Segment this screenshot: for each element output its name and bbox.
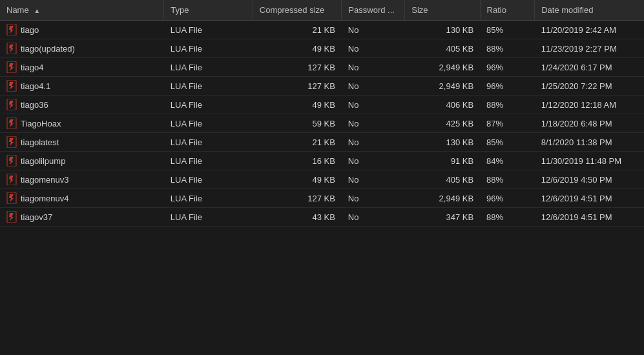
cell-password-5: No <box>342 114 405 133</box>
table-row[interactable]: tiago36 LUA File49 KBNo406 KB88%1/12/202… <box>0 96 644 114</box>
table-row[interactable]: tiago LUA File21 KBNo130 KB85%11/20/2019… <box>0 21 644 39</box>
cell-size-9: 2,949 KB <box>405 189 480 208</box>
cell-date-5: 1/18/2020 6:48 PM <box>535 114 644 133</box>
cell-name-10: tiagov37 <box>0 208 164 227</box>
cell-password-9: No <box>342 189 405 208</box>
cell-password-4: No <box>342 96 405 114</box>
cell-date-8: 12/6/2019 4:50 PM <box>535 170 644 189</box>
cell-date-9: 12/6/2019 4:51 PM <box>535 189 644 208</box>
cell-type-0: LUA File <box>164 21 253 39</box>
cell-type-3: LUA File <box>164 77 253 96</box>
cell-size-8: 405 KB <box>405 170 480 189</box>
file-name: tiago(updated) <box>21 44 75 54</box>
cell-name-3: tiago4.1 <box>0 77 164 96</box>
col-type-label: Type <box>171 5 189 15</box>
table-row[interactable]: tiagov37 LUA File43 KBNo347 KB88%12/6/20… <box>0 208 644 227</box>
file-table: Name ▲ Type Compressed size Password ...… <box>0 0 644 227</box>
cell-compressed-9: 127 KB <box>253 189 342 208</box>
col-size-label: Size <box>411 5 428 15</box>
col-compressed-label: Compressed size <box>260 5 324 15</box>
file-name: TiagoHoax <box>21 119 61 128</box>
cell-compressed-2: 127 KB <box>253 58 342 77</box>
col-header-name[interactable]: Name ▲ <box>0 0 164 21</box>
table-row[interactable]: tiagolatest LUA File21 KBNo130 KB85%8/1/… <box>0 133 644 152</box>
cell-name-7: tiagolilpump <box>0 152 164 170</box>
lua-file-icon <box>6 174 17 185</box>
cell-size-6: 130 KB <box>405 133 480 152</box>
cell-ratio-3: 96% <box>480 77 535 96</box>
table-row[interactable]: tiago(updated) LUA File49 KBNo405 KB88%1… <box>0 39 644 58</box>
col-header-ratio[interactable]: Ratio <box>480 0 535 21</box>
cell-password-6: No <box>342 133 405 152</box>
cell-size-3: 2,949 KB <box>405 77 480 96</box>
lua-file-icon <box>6 61 17 73</box>
cell-name-0: tiago <box>0 21 164 39</box>
cell-ratio-10: 88% <box>480 208 535 227</box>
file-name: tiago4 <box>21 63 43 72</box>
file-name: tiago36 <box>21 100 48 110</box>
cell-compressed-0: 21 KB <box>253 21 342 39</box>
file-name: tiago <box>21 25 39 35</box>
cell-ratio-4: 88% <box>480 96 535 114</box>
cell-password-10: No <box>342 208 405 227</box>
cell-date-4: 1/12/2020 12:18 AM <box>535 96 644 114</box>
cell-type-4: LUA File <box>164 96 253 114</box>
col-header-compressed[interactable]: Compressed size <box>253 0 342 21</box>
cell-date-6: 8/1/2020 11:38 PM <box>535 133 644 152</box>
cell-ratio-6: 85% <box>480 133 535 152</box>
cell-password-1: No <box>342 39 405 58</box>
cell-type-8: LUA File <box>164 170 253 189</box>
col-header-date[interactable]: Date modified <box>535 0 644 21</box>
cell-size-5: 425 KB <box>405 114 480 133</box>
col-header-type[interactable]: Type <box>164 0 253 21</box>
cell-type-9: LUA File <box>164 189 253 208</box>
lua-file-icon <box>6 80 17 92</box>
cell-type-2: LUA File <box>164 58 253 77</box>
cell-date-10: 12/6/2019 4:51 PM <box>535 208 644 227</box>
col-header-size[interactable]: Size <box>405 0 480 21</box>
cell-ratio-2: 96% <box>480 58 535 77</box>
table-row[interactable]: tiagomenuv4 LUA File127 KBNo2,949 KB96%1… <box>0 189 644 208</box>
cell-ratio-5: 87% <box>480 114 535 133</box>
col-ratio-label: Ratio <box>487 5 506 15</box>
sort-arrow-icon: ▲ <box>34 7 40 14</box>
cell-size-7: 91 KB <box>405 152 480 170</box>
cell-date-2: 1/24/2020 6:17 PM <box>535 58 644 77</box>
cell-compressed-7: 16 KB <box>253 152 342 170</box>
cell-name-1: tiago(updated) <box>0 39 164 58</box>
lua-file-icon <box>6 192 17 204</box>
cell-compressed-3: 127 KB <box>253 77 342 96</box>
table-row[interactable]: TiagoHoax LUA File59 KBNo425 KB87%1/18/2… <box>0 114 644 133</box>
cell-ratio-9: 96% <box>480 189 535 208</box>
file-name: tiagov37 <box>21 212 52 222</box>
cell-ratio-7: 84% <box>480 152 535 170</box>
table-row[interactable]: tiago4.1 LUA File127 KBNo2,949 KB96%1/25… <box>0 77 644 96</box>
col-date-label: Date modified <box>541 5 593 15</box>
table-row[interactable]: tiago4 LUA File127 KBNo2,949 KB96%1/24/2… <box>0 58 644 77</box>
cell-name-9: tiagomenuv4 <box>0 189 164 208</box>
cell-date-1: 11/23/2019 2:27 PM <box>535 39 644 58</box>
cell-ratio-0: 85% <box>480 21 535 39</box>
table-row[interactable]: tiagolilpump LUA File16 KBNo91 KB84%11/3… <box>0 152 644 170</box>
cell-type-10: LUA File <box>164 208 253 227</box>
file-name: tiagolilpump <box>21 156 65 166</box>
cell-name-5: TiagoHoax <box>0 114 164 133</box>
cell-date-0: 11/20/2019 2:42 AM <box>535 21 644 39</box>
lua-file-icon <box>6 136 17 148</box>
col-header-password[interactable]: Password ... <box>342 0 405 21</box>
cell-size-4: 406 KB <box>405 96 480 114</box>
cell-name-2: tiago4 <box>0 58 164 77</box>
file-name: tiagomenuv4 <box>21 194 68 203</box>
cell-compressed-1: 49 KB <box>253 39 342 58</box>
cell-compressed-5: 59 KB <box>253 114 342 133</box>
cell-type-5: LUA File <box>164 114 253 133</box>
cell-ratio-8: 88% <box>480 170 535 189</box>
table-row[interactable]: tiagomenuv3 LUA File49 KBNo405 KB88%12/6… <box>0 170 644 189</box>
cell-compressed-8: 49 KB <box>253 170 342 189</box>
table-header-row: Name ▲ Type Compressed size Password ...… <box>0 0 644 21</box>
cell-ratio-1: 88% <box>480 39 535 58</box>
cell-password-8: No <box>342 170 405 189</box>
cell-date-3: 1/25/2020 7:22 PM <box>535 77 644 96</box>
cell-size-2: 2,949 KB <box>405 58 480 77</box>
cell-size-10: 347 KB <box>405 208 480 227</box>
